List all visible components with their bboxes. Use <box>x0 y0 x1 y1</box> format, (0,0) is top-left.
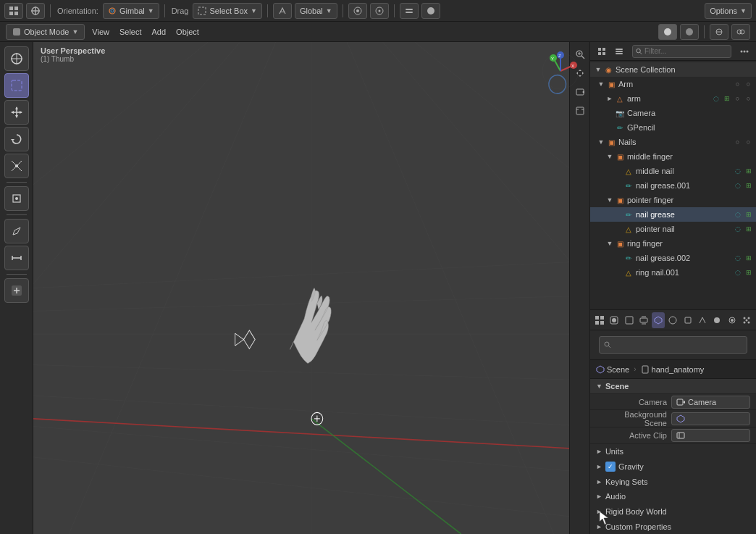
object-mode-dropdown[interactable]: Object Mode ▼ <box>6 24 85 40</box>
pointer-finger-label: pointer finger <box>627 196 753 204</box>
gravity-arrow: ► <box>596 463 602 470</box>
viewport-shading-solid[interactable] <box>658 24 677 40</box>
viewport-shading-rendered[interactable] <box>680 24 699 40</box>
cursor-tool-btn[interactable] <box>4 46 29 71</box>
camera-prop-row: Camera Camera <box>590 394 756 411</box>
custom-props-arrow: ► <box>596 523 602 530</box>
rn001-mod-icon: ⊞ <box>744 268 753 278</box>
arm-sel-icon[interactable]: ○ <box>744 94 753 104</box>
props-particles-btn[interactable] <box>740 312 753 328</box>
outliner-menu-btn[interactable] <box>595 44 609 59</box>
snap-btn[interactable] <box>348 3 367 19</box>
tree-item-ring-finger[interactable]: ▼ ▣ ring finger <box>590 236 756 251</box>
tool-sep-2 <box>7 214 27 215</box>
editor-type-btn[interactable] <box>4 3 23 19</box>
transform-tool-btn[interactable] <box>4 186 29 211</box>
tree-item-pointer-nail[interactable]: ► △ pointer nail ◌ ⊞ <box>590 222 756 236</box>
overlay-toggle[interactable] <box>731 24 750 40</box>
scene-section-header[interactable]: ▼ Scene <box>590 379 756 394</box>
props-menu-btn[interactable] <box>593 312 606 328</box>
gpencil-label: GPencil <box>627 123 753 132</box>
outliner-view-btn[interactable] <box>612 44 626 59</box>
tree-item-ring-nail-001[interactable]: ► △ ring nail.001 ◌ ⊞ <box>590 265 756 280</box>
move-icon-btn[interactable] <box>26 3 45 19</box>
global-dropdown[interactable]: Global ▼ <box>295 3 337 19</box>
keying-sets-row[interactable]: ► Keying Sets <box>590 474 756 489</box>
tree-item-nails-group[interactable]: ▼ ▣ Nails ○ ○ <box>590 135 756 149</box>
props-search-bar[interactable] <box>599 336 747 354</box>
proportional-btn[interactable] <box>370 3 389 19</box>
props-object-btn[interactable] <box>681 312 694 328</box>
scene-collection-arrow: ▼ <box>593 64 603 75</box>
props-output-btn[interactable] <box>623 312 636 328</box>
props-anim-btn[interactable] <box>725 312 738 328</box>
props-material-btn[interactable] <box>710 312 723 328</box>
gizmo-btn[interactable] <box>710 24 728 40</box>
nav-gizmo[interactable]: Y X Z <box>539 49 582 93</box>
props-view-layer-btn[interactable] <box>637 312 650 328</box>
arm-vis-icon[interactable]: ○ <box>733 94 742 104</box>
svg-rect-133 <box>677 433 684 438</box>
camera-prop-value[interactable]: Camera <box>671 396 750 409</box>
viewport[interactable]: User Perspective (1) Thumb <box>33 42 589 534</box>
options-dropdown[interactable]: Options ▼ <box>705 3 752 19</box>
select-box-dropdown[interactable]: Select Box ▼ <box>193 3 262 19</box>
bc-scene[interactable]: Scene <box>596 365 629 374</box>
shading-sep <box>704 25 705 38</box>
custom-props-row[interactable]: ► Custom Properties <box>590 519 756 534</box>
gravity-checkbox[interactable]: ✓ <box>605 462 616 472</box>
arm-group-sel-icon[interactable]: ○ <box>744 80 753 89</box>
bc-file[interactable]: hand_anatomy <box>641 365 705 374</box>
sep5 <box>394 4 395 17</box>
props-world-btn[interactable] <box>666 312 679 328</box>
scale-tool-btn[interactable] <box>4 154 29 178</box>
add-tool-btn[interactable] <box>4 278 29 303</box>
props-modifier-btn[interactable] <box>696 312 709 328</box>
annotate-tool-btn[interactable] <box>4 219 29 243</box>
audio-row[interactable]: ► Audio <box>590 489 756 504</box>
tree-item-nail-grease-001[interactable]: ► ✏ nail grease.001 ◌ ⊞ <box>590 178 756 193</box>
nails-sel-icon[interactable]: ○ <box>744 138 753 147</box>
tree-item-pointer-finger[interactable]: ▼ ▣ pointer finger <box>590 193 756 207</box>
select-btn[interactable]: Select <box>117 26 145 38</box>
tree-item-middle-nail[interactable]: ► △ middle nail ◌ ⊞ <box>590 164 756 178</box>
rigid-body-row[interactable]: ► Rigid Body World <box>590 504 756 520</box>
object-btn[interactable]: Object <box>173 26 202 38</box>
shading-btn[interactable] <box>421 3 440 19</box>
outliner-search[interactable] <box>644 47 728 55</box>
nails-vis-icon[interactable]: ○ <box>733 138 742 147</box>
tree-item-arm-group[interactable]: ▼ ▣ Arm ○ ○ <box>590 77 756 91</box>
gravity-row[interactable]: ► ✓ Gravity <box>590 459 756 475</box>
overlay-btn[interactable] <box>400 3 419 19</box>
ng001-icon: ✏ <box>623 180 634 191</box>
measure-tool-btn[interactable] <box>4 246 29 270</box>
frame-all-btn[interactable] <box>572 103 588 119</box>
gimbal-dropdown[interactable]: Gimbal ▼ <box>103 3 159 19</box>
units-row[interactable]: ► Units <box>590 444 756 459</box>
select-tool-btn[interactable] <box>4 73 29 98</box>
tree-item-gpencil[interactable]: ► ✏ GPencil <box>590 120 756 135</box>
rotate-tool-btn[interactable] <box>4 127 29 151</box>
ng-ik-icon: ◌ <box>733 210 742 220</box>
transform-icon-btn[interactable] <box>273 3 292 19</box>
tree-item-camera[interactable]: ► 📷 Camera <box>590 106 756 120</box>
svg-point-100 <box>637 49 640 52</box>
outliner-options-btn[interactable] <box>737 44 752 59</box>
tree-item-arm[interactable]: ► △ arm ◌ ⊞ ○ ○ <box>590 91 756 106</box>
ng001-ik-icon: ◌ <box>733 181 742 191</box>
tree-item-middle-finger[interactable]: ▼ ▣ middle finger <box>590 149 756 164</box>
svg-point-19 <box>664 28 671 36</box>
bg-scene-value[interactable] <box>671 412 750 425</box>
view-btn[interactable]: View <box>89 26 112 38</box>
svg-rect-94 <box>602 48 605 51</box>
tree-item-nail-grease-002[interactable]: ► ✏ nail grease.002 ◌ ⊞ <box>590 251 756 265</box>
tree-item-nail-grease[interactable]: ► ✏ nail grease ◌ ⊞ <box>590 207 756 222</box>
scene-collection-item[interactable]: ▼ ◉ Scene Collection <box>590 62 756 77</box>
active-clip-value[interactable] <box>671 429 750 442</box>
add-btn[interactable]: Add <box>149 26 169 38</box>
move-tool-btn[interactable] <box>4 100 29 125</box>
props-search-input[interactable] <box>614 341 742 349</box>
arm-group-vis-icon[interactable]: ○ <box>733 80 742 89</box>
props-scene-btn[interactable] <box>652 312 665 328</box>
props-render-btn[interactable] <box>608 312 621 328</box>
